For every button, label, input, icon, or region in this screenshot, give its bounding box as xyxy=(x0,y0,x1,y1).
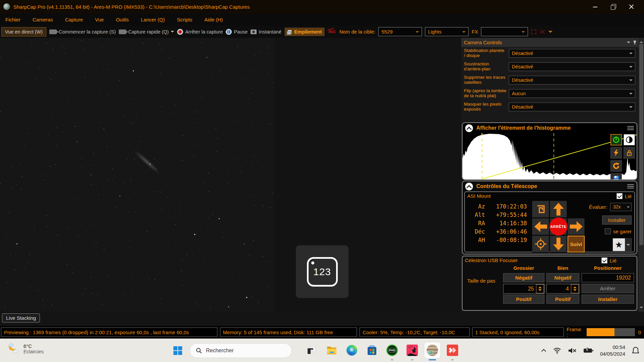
scrollbar-thumb[interactable] xyxy=(639,44,643,245)
coarse-negative-button[interactable]: Négatif xyxy=(503,273,544,282)
telescope-setup-button[interactable]: Installer xyxy=(602,216,632,225)
position-input[interactable]: 19202 xyxy=(582,273,634,282)
collapse-histogram-icon[interactable] xyxy=(465,124,473,132)
lightning-stretch-icon[interactable] xyxy=(610,147,622,159)
tab-live-stacking[interactable]: Live Stacking xyxy=(2,313,40,322)
menu-vue[interactable]: Vue xyxy=(95,17,104,22)
histogram-panel: Afficher l'étirement de l'histogramme xyxy=(462,122,637,180)
volume-muted-icon[interactable] xyxy=(568,347,577,354)
menu-aide[interactable]: Aide (H) xyxy=(204,17,223,22)
park-checkbox[interactable]: se garer xyxy=(605,228,632,234)
dropdown-value: Désactivé xyxy=(512,77,533,83)
wifi-icon[interactable] xyxy=(553,347,561,354)
taskbar-item-edge[interactable] xyxy=(344,342,360,358)
maximize-button[interactable] xyxy=(609,2,618,11)
menu-scripts[interactable]: Scripts xyxy=(177,17,192,22)
coarse-positive-button[interactable]: Positif xyxy=(503,295,544,304)
selection-rect-icon[interactable] xyxy=(531,29,536,34)
fx-dropdown[interactable] xyxy=(481,27,528,36)
menu-lancer[interactable]: Lancer (Q) xyxy=(141,17,165,22)
focuser-linked-checkbox[interactable]: Lié xyxy=(601,257,616,263)
start-capture-button[interactable]: Commencer la capture (S) xyxy=(49,29,116,35)
menu-outils[interactable]: Outils xyxy=(116,17,128,22)
scroll-down-icon[interactable] xyxy=(640,307,643,310)
telescope-title: Contrôles du Télescope xyxy=(476,183,537,189)
png-format-button[interactable]: ING xyxy=(328,29,336,35)
collapse-telescope-icon[interactable] xyxy=(465,183,473,190)
notifications-bell-icon[interactable] xyxy=(632,347,639,355)
telescope-menu-icon[interactable] xyxy=(627,183,634,189)
taskbar-item-anydesk[interactable] xyxy=(444,342,461,358)
target-star-button[interactable]: ★ xyxy=(613,238,632,251)
quick-capture-button[interactable]: Capture rapide (Q) xyxy=(119,29,174,35)
menu-cameras[interactable]: Cameras xyxy=(33,17,53,22)
taskbar-item-explorer[interactable] xyxy=(324,342,340,358)
fine-negative-button[interactable]: Négatif xyxy=(546,273,579,282)
tracking-button[interactable]: Suivi xyxy=(568,236,585,252)
star-field[interactable] xyxy=(0,38,274,312)
camera-controls-title: Camera Controls xyxy=(464,40,502,45)
fine-step-stepper[interactable]: 4 xyxy=(546,284,579,294)
start-button[interactable] xyxy=(172,345,184,357)
stabilisation-dropdown[interactable]: Désactivé xyxy=(509,49,635,58)
window-title: SharpCap Pro (v4.1.11351, 64 bit) - Ares… xyxy=(13,4,250,10)
weather-widget[interactable]: 6°C Eclaircies xyxy=(7,342,44,355)
control-label: Stabilisation planète / disque xyxy=(464,47,507,60)
snapshot-label: Instantané xyxy=(259,29,281,35)
masquer-dropdown[interactable]: Désactivé xyxy=(509,103,635,111)
focuser-stop-button[interactable]: Arrêter xyxy=(582,284,634,293)
taskbar-search[interactable]: Rechercher xyxy=(190,343,292,358)
menu-fichier[interactable]: Fichier xyxy=(5,17,20,22)
star-dropdown-chevron-icon[interactable] xyxy=(625,238,632,251)
histogram-menu-icon[interactable] xyxy=(627,125,634,131)
slew-north-button[interactable] xyxy=(550,201,567,218)
auto-stretch-button[interactable] xyxy=(610,134,622,145)
pause-button[interactable]: Pause xyxy=(226,29,248,35)
panel-collapse-chevron-icon[interactable] xyxy=(627,42,630,45)
toolbar-overflow-chevron-icon[interactable] xyxy=(548,31,552,35)
battery-charging-icon[interactable] xyxy=(583,348,593,354)
minimize-button[interactable] xyxy=(591,2,600,11)
taskbar-item-store[interactable] xyxy=(364,342,380,358)
stepper-arrows-icon[interactable] xyxy=(571,284,579,293)
fine-positive-button[interactable]: Positif xyxy=(546,295,579,304)
slew-east-button[interactable] xyxy=(568,218,585,235)
snapshot-button[interactable]: Instantané xyxy=(251,29,281,35)
rate-dropdown[interactable]: 32x xyxy=(610,203,632,211)
pin-icon[interactable] xyxy=(634,41,636,45)
coarse-step-stepper[interactable]: 25 xyxy=(503,284,544,294)
stacking-button[interactable]: Empilement xyxy=(284,27,325,36)
frame-type-dropdown[interactable]: Lights xyxy=(425,27,469,36)
stop-capture-button[interactable]: Arrêter la capture xyxy=(177,29,223,35)
spiral-search-button[interactable] xyxy=(532,201,549,218)
clear-selection-icon[interactable] xyxy=(539,29,545,35)
save-histogram-icon[interactable] xyxy=(610,173,622,180)
taskbar-item-observatory[interactable] xyxy=(404,342,420,358)
goto-target-button[interactable] xyxy=(532,236,549,252)
reset-histogram-icon[interactable] xyxy=(610,160,622,172)
status-stacked: 1 Stacked, 0 Ignored, 60,00s xyxy=(472,327,564,337)
menu-capture[interactable]: Capture xyxy=(65,17,83,22)
numpad-icon: 123 xyxy=(307,257,338,287)
contrast-button[interactable] xyxy=(624,134,635,145)
mount-linked-checkbox[interactable]: Lié xyxy=(616,193,632,199)
slew-south-button[interactable] xyxy=(550,236,567,252)
lock-icon[interactable] xyxy=(624,147,635,159)
taskbar-item-widgets[interactable] xyxy=(304,342,320,358)
flip-dropdown[interactable]: Aucun xyxy=(509,89,635,98)
slew-west-button[interactable] xyxy=(532,218,549,235)
stop-slew-button[interactable]: ARRÊTE xyxy=(550,218,567,235)
close-button[interactable] xyxy=(627,2,636,11)
target-name-dropdown[interactable]: 5529 xyxy=(378,27,422,36)
scroll-up-icon[interactable] xyxy=(640,40,643,43)
taskbar-item-sharpcap[interactable] xyxy=(424,342,440,358)
tray-expand-chevron-icon[interactable] xyxy=(542,348,546,353)
soustraction-dropdown[interactable]: Désactivé xyxy=(509,62,635,71)
stepper-arrows-icon[interactable] xyxy=(536,284,544,293)
panel-scrollbar[interactable] xyxy=(639,38,644,312)
clock-widget[interactable]: 00:54 04/05/2024 xyxy=(600,344,625,358)
satellites-dropdown[interactable]: Désactivé xyxy=(509,76,635,84)
taskbar-item-phd2[interactable]: PHD xyxy=(384,342,400,358)
live-view-button[interactable]: Vue en direct (W) xyxy=(1,27,46,37)
focuser-setup-button[interactable]: Installer xyxy=(582,295,634,304)
